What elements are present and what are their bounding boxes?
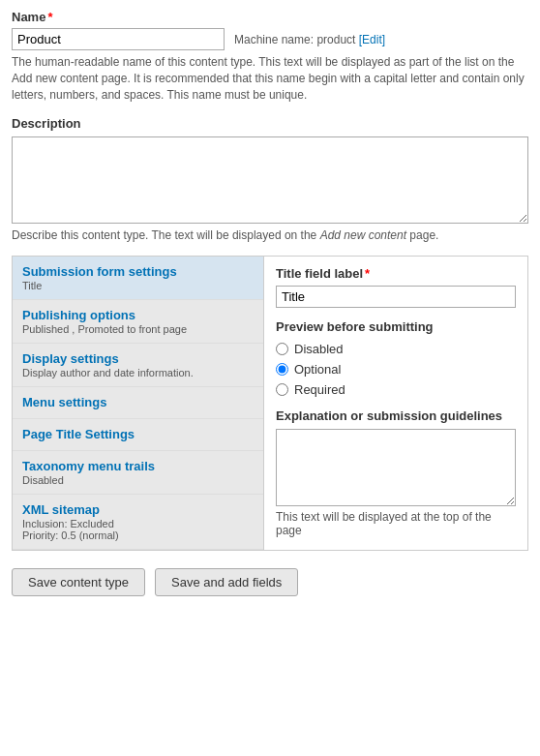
settings-sidebar: Submission form settings Title Publishin… — [13, 257, 264, 550]
name-section: Name* Machine name: product [Edit] The h… — [12, 10, 528, 103]
name-label: Name* — [12, 10, 528, 24]
preview-optional-label: Optional — [294, 362, 341, 377]
description-help: Describe this content type. The text wil… — [12, 228, 528, 242]
sidebar-item-sub: Display author and date information. — [22, 367, 254, 378]
sidebar-item-page-title-settings[interactable]: Page Title Settings — [13, 419, 263, 451]
settings-main: Title field label* Preview before submit… — [264, 257, 527, 550]
sidebar-item-publishing-options[interactable]: Publishing options Published , Promoted … — [13, 300, 263, 344]
explanation-help: This text will be displayed at the top o… — [276, 510, 516, 537]
sidebar-item-xml-sitemap[interactable]: XML sitemap Inclusion: Excluded Priority… — [13, 495, 263, 550]
machine-name-text: Machine name: product [Edit] — [234, 33, 385, 46]
sidebar-item-sub: Title — [22, 280, 254, 291]
sidebar-item-sub: Inclusion: Excluded Priority: 0.5 (norma… — [22, 518, 254, 541]
sidebar-item-taxonomy-menu-trails[interactable]: Taxonomy menu trails Disabled — [13, 451, 263, 495]
sidebar-item-menu-settings[interactable]: Menu settings — [13, 387, 263, 419]
settings-container: Submission form settings Title Publishin… — [12, 256, 528, 551]
preview-required-label: Required — [294, 382, 345, 397]
preview-disabled-label: Disabled — [294, 342, 344, 356]
sidebar-item-display-settings[interactable]: Display settings Display author and date… — [13, 344, 263, 387]
preview-optional-radio[interactable] — [276, 363, 288, 376]
sidebar-item-sub: Published , Promoted to front page — [22, 323, 254, 335]
explanation-textarea[interactable] — [276, 429, 516, 506]
sidebar-item-title: Taxonomy menu trails — [22, 459, 254, 473]
sidebar-item-title: XML sitemap — [22, 502, 254, 517]
machine-name-edit-link[interactable]: [Edit] — [359, 33, 385, 46]
sidebar-item-sub: Disabled — [22, 474, 254, 486]
preview-required-option: Required — [276, 382, 516, 397]
save-content-type-button[interactable]: Save content type — [12, 568, 145, 596]
name-input[interactable] — [12, 28, 225, 50]
description-textarea[interactable] — [12, 136, 528, 224]
sidebar-item-title: Display settings — [22, 351, 254, 366]
description-section: Description Describe this content type. … — [12, 116, 528, 242]
preview-disabled-option: Disabled — [276, 342, 516, 356]
explanation-label: Explanation or submission guidelines — [276, 408, 516, 423]
sidebar-item-submission-form-settings[interactable]: Submission form settings Title — [13, 257, 263, 300]
save-and-add-fields-button[interactable]: Save and add fields — [155, 568, 298, 596]
buttons-row: Save content type Save and add fields — [12, 568, 528, 596]
sidebar-item-title: Publishing options — [22, 308, 254, 322]
sidebar-item-title: Menu settings — [22, 395, 254, 409]
preview-disabled-radio[interactable] — [276, 343, 288, 355]
title-field-input[interactable] — [276, 286, 516, 308]
title-field-label: Title field label* — [276, 266, 516, 281]
preview-optional-option: Optional — [276, 362, 516, 377]
preview-required-radio[interactable] — [276, 383, 288, 396]
name-row: Machine name: product [Edit] — [12, 28, 528, 50]
sidebar-item-title: Page Title Settings — [22, 427, 254, 441]
preview-label: Preview before submitting — [276, 319, 516, 334]
sidebar-item-title: Submission form settings — [22, 264, 254, 279]
name-help-text: The human-readable name of this content … — [12, 54, 528, 103]
description-label: Description — [12, 116, 528, 131]
